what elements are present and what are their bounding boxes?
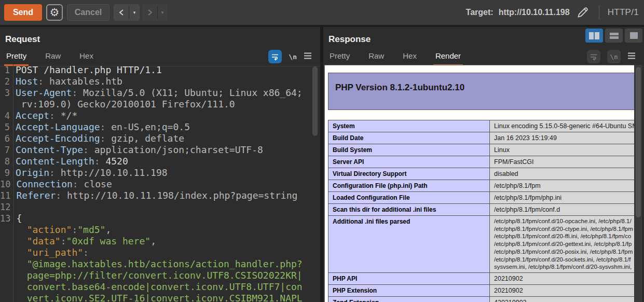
menu-button[interactable] bbox=[627, 52, 636, 61]
tab-render[interactable]: Render bbox=[433, 51, 463, 66]
back-dropdown-button[interactable]: ▾ bbox=[129, 4, 140, 21]
phpinfo-row-value: Jan 16 2023 15:19:49 bbox=[490, 132, 635, 144]
phpinfo-row: Server APIFPM/FastCGI bbox=[328, 156, 635, 168]
tab-raw[interactable]: Raw bbox=[366, 51, 386, 66]
phpinfo-row: Scan this dir for additional .ini files/… bbox=[328, 204, 635, 216]
response-tabrow: Pretty Raw Hex Render \n bbox=[323, 51, 644, 66]
columns-icon bbox=[589, 32, 594, 39]
code-line[interactable]: rv:109.0) Gecko/20100101 Firefox/111.0 bbox=[0, 99, 320, 110]
code-line[interactable]: vert.iconv.SE2.UTF-16|convert.iconv.CSIB… bbox=[0, 293, 320, 302]
phpinfo-row: Build SystemLinux bbox=[328, 144, 635, 156]
http-version-selector[interactable]: HTTP/1 bbox=[608, 7, 639, 18]
code-line[interactable]: "data":"0xdf was here", bbox=[0, 236, 320, 247]
newline-toggle-button[interactable]: \n bbox=[289, 53, 297, 61]
phpinfo-row: PHP Extension20210902 bbox=[328, 284, 635, 296]
edit-target-button[interactable] bbox=[575, 6, 591, 19]
response-scrollbar-thumb[interactable] bbox=[636, 67, 641, 217]
code-line[interactable]: convert.base64-encode|convert.iconv.UTF8… bbox=[0, 281, 320, 293]
tab-pretty[interactable]: Pretty bbox=[327, 51, 352, 66]
code-line[interactable]: 3User-Agent: Mozilla/5.0 (X11; Ubuntu; L… bbox=[0, 87, 320, 99]
code-line[interactable]: 1POST /handler.php HTTP/1.1 bbox=[0, 64, 320, 76]
phpinfo-row-label: Server API bbox=[328, 156, 490, 168]
response-panel: Response Pretty Raw Hex Render \n PHP Ve… bbox=[323, 27, 644, 302]
phpinfo-row-label: Zend Extension bbox=[328, 296, 490, 302]
code-line[interactable]: 2Host: haxtables.htb bbox=[0, 76, 320, 87]
phpinfo-row: Build DateJan 16 2023 15:19:49 bbox=[328, 132, 635, 144]
code-line[interactable]: 7Content-Type: application/json;charset=… bbox=[0, 144, 320, 156]
target-label: Target: bbox=[466, 8, 494, 17]
phpinfo-row-value: Linux encoding 5.15.0-58-generic #64-Ubu… bbox=[490, 120, 635, 132]
phpinfo-page: PHP Version 8.1.2-1ubuntu2.10 SystemLinu… bbox=[328, 73, 634, 302]
code-line[interactable]: "@image.haxtables.htb/actions/action_han… bbox=[0, 258, 320, 270]
settings-button[interactable]: ⚙ bbox=[46, 4, 63, 21]
pencil-icon bbox=[576, 6, 590, 19]
phpinfo-row-value: FPM/FastCGI bbox=[490, 156, 635, 168]
columns-icon bbox=[595, 32, 599, 39]
request-scrollbar-thumb[interactable] bbox=[312, 66, 318, 136]
view-layout-single-button[interactable] bbox=[625, 29, 642, 43]
code-line[interactable]: 6Accept-Encoding: gzip, deflate bbox=[0, 133, 320, 144]
line-number: 4 bbox=[0, 110, 13, 121]
cancel-button[interactable]: Cancel bbox=[67, 4, 109, 21]
code-line[interactable]: 9Origin: http://10.10.11.198 bbox=[0, 167, 320, 179]
line-number: 3 bbox=[0, 87, 13, 99]
code-line[interactable]: 13{ bbox=[0, 213, 320, 224]
phpinfo-row-value: Linux bbox=[490, 144, 635, 156]
line-number bbox=[0, 236, 13, 247]
menu-button[interactable] bbox=[304, 52, 312, 61]
wrap-toggle-button[interactable] bbox=[268, 50, 282, 63]
forward-button[interactable] bbox=[142, 4, 157, 21]
word-wrap-icon bbox=[271, 52, 279, 61]
code-line[interactable]: 5Accept-Language: en-US,en;q=0.5 bbox=[0, 121, 320, 133]
tab-hex[interactable]: Hex bbox=[77, 51, 95, 66]
phpinfo-row: Loaded Configuration File/etc/php/8.1/fp… bbox=[328, 192, 635, 204]
single-pane-icon bbox=[630, 32, 638, 39]
line-number: 1 bbox=[0, 64, 13, 76]
request-editor[interactable]: 1POST /handler.php HTTP/1.12Host: haxtab… bbox=[0, 64, 320, 302]
line-number: 8 bbox=[0, 156, 13, 167]
phpinfo-row: Virtual Directory Supportdisabled bbox=[328, 168, 635, 180]
send-button[interactable]: Send bbox=[4, 4, 42, 21]
code-line[interactable]: 4Accept: */* bbox=[0, 110, 320, 121]
line-number bbox=[0, 281, 13, 293]
code-line[interactable]: "uri_path": bbox=[0, 247, 320, 258]
request-panel: Request Pretty Raw Hex \n 1POST /handler… bbox=[0, 27, 320, 302]
response-scrollbar-track[interactable] bbox=[635, 65, 642, 302]
tab-raw[interactable]: Raw bbox=[43, 51, 63, 66]
code-line[interactable]: "action":"md5", bbox=[0, 224, 320, 236]
line-number: 10 bbox=[0, 179, 14, 190]
phpinfo-row-value: /etc/php/8.1/fpm/conf.d/10-opcache.ini, … bbox=[490, 216, 635, 273]
phpinfo-header: PHP Version 8.1.2-1ubuntu2.10 bbox=[328, 73, 634, 110]
request-panel-title: Request bbox=[0, 27, 320, 45]
gear-icon: ⚙ bbox=[50, 6, 60, 18]
view-layout-rows-button[interactable] bbox=[605, 29, 623, 43]
line-number: 6 bbox=[0, 133, 13, 144]
phpinfo-row-value: disabled bbox=[490, 168, 635, 180]
hamburger-icon bbox=[304, 52, 312, 59]
word-wrap-icon bbox=[590, 52, 598, 61]
code-line[interactable]: 10Connection: close bbox=[0, 179, 320, 190]
line-number bbox=[0, 247, 13, 258]
line-number: 12 bbox=[0, 201, 14, 213]
line-number bbox=[0, 258, 13, 270]
tab-hex[interactable]: Hex bbox=[401, 51, 419, 66]
newline-toggle-button[interactable]: \n bbox=[607, 50, 621, 63]
code-line[interactable]: 8Content-Length: 4520 bbox=[0, 156, 320, 167]
phpinfo-row-label: PHP Extension bbox=[328, 284, 490, 296]
code-line[interactable]: 12 bbox=[0, 201, 320, 213]
back-button[interactable] bbox=[114, 4, 129, 21]
forward-dropdown-button[interactable]: ▾ bbox=[158, 4, 167, 21]
phpinfo-row-value: 20210902 bbox=[490, 272, 635, 284]
tab-pretty[interactable]: Pretty bbox=[4, 51, 29, 66]
phpinfo-row: Configuration File (php.ini) Path/etc/ph… bbox=[328, 180, 635, 192]
line-number: 7 bbox=[0, 144, 13, 156]
code-line[interactable]: page=php://filter/convert.iconv.UTF8.CSI… bbox=[0, 270, 320, 281]
code-line[interactable]: 11Referer: http://10.10.11.198/index.php… bbox=[0, 190, 320, 201]
phpinfo-row-value: 420210902 bbox=[490, 296, 635, 302]
render-viewport[interactable]: PHP Version 8.1.2-1ubuntu2.10 SystemLinu… bbox=[324, 65, 634, 302]
view-layout-columns-button[interactable] bbox=[585, 29, 603, 43]
topbar: Send ⚙ Cancel ▾ ▾ Target: http://10.10.1… bbox=[0, 0, 644, 25]
chevron-right-icon bbox=[147, 9, 153, 16]
wrap-toggle-button[interactable] bbox=[587, 50, 600, 63]
rows-icon bbox=[610, 33, 619, 39]
